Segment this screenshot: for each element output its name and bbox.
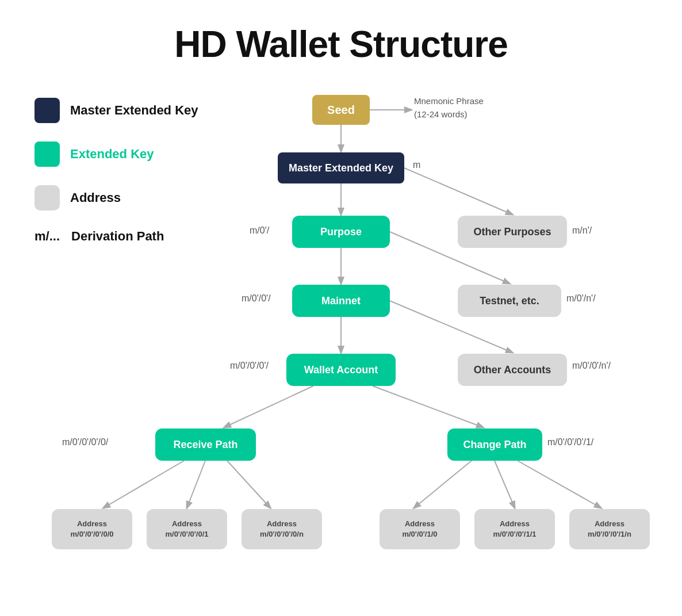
master-key-node: Master Extended Key xyxy=(278,152,404,183)
seed-node: Seed xyxy=(312,95,370,125)
mnemonic-label: Mnemonic Phrase (12-24 words) xyxy=(414,95,484,121)
address-node-6: Address m/0'/0'/0'/1/n xyxy=(569,509,650,549)
path-mn-label: m/n'/ xyxy=(572,225,592,236)
addr2-label: Address xyxy=(172,519,202,529)
addr6-label: Address xyxy=(595,519,624,529)
addr2-path: m/0'/0'/0'/0/1 xyxy=(165,529,208,540)
svg-line-9 xyxy=(373,386,483,427)
other-accounts-node: Other Accounts xyxy=(458,354,567,386)
addr4-path: m/0'/0'/1/0 xyxy=(402,529,437,540)
svg-line-14 xyxy=(495,461,515,508)
path-change-label: m/0'/0'/0'/1/ xyxy=(547,437,593,447)
path-m00-label: m/0'/0'/ xyxy=(242,293,271,304)
path-m0-label: m/0'/ xyxy=(250,225,269,236)
address-node-3: Address m/0'/0'/0'/0/n xyxy=(242,509,322,549)
page-title: HD Wallet Structure xyxy=(0,0,682,83)
purpose-node: Purpose xyxy=(292,216,390,248)
addr1-label: Address xyxy=(77,519,107,529)
addr5-path: m/0'/0'/0'/1/1 xyxy=(493,529,536,540)
receive-path-node: Receive Path xyxy=(155,428,256,461)
path-receive-label: m/0'/0'/0'/0/ xyxy=(62,437,108,447)
path-m-label: m xyxy=(413,160,420,170)
address-node-4: Address m/0'/0'/1/0 xyxy=(380,509,460,549)
mainnet-node: Mainnet xyxy=(292,285,390,317)
mnemonic-line1: Mnemonic Phrase xyxy=(414,96,484,106)
svg-line-13 xyxy=(414,461,472,508)
svg-line-11 xyxy=(187,461,205,508)
path-m000-label: m/0'/0'/0'/ xyxy=(230,361,269,371)
svg-line-15 xyxy=(518,461,601,508)
svg-line-3 xyxy=(404,168,512,215)
testnet-node: Testnet, etc. xyxy=(458,285,561,317)
addr4-label: Address xyxy=(405,519,435,529)
svg-line-8 xyxy=(224,386,313,427)
addr3-label: Address xyxy=(267,519,297,529)
addr3-path: m/0'/0'/0'/0/n xyxy=(260,529,304,540)
wallet-account-node: Wallet Account xyxy=(286,354,396,386)
address-node-5: Address m/0'/0'/0'/1/1 xyxy=(474,509,555,549)
svg-line-10 xyxy=(104,461,184,508)
change-path-node: Change Path xyxy=(447,428,542,461)
mnemonic-line2: (12-24 words) xyxy=(414,109,468,119)
path-m0n-label: m/0'/n'/ xyxy=(566,293,596,304)
other-purposes-node: Other Purposes xyxy=(458,216,567,248)
addr5-label: Address xyxy=(500,519,530,529)
diagram: Seed Mnemonic Phrase (12-24 words) Maste… xyxy=(0,89,682,607)
address-node-1: Address m/0'/0'/0'/0/0 xyxy=(52,509,132,549)
addr1-path: m/0'/0'/0'/0/0 xyxy=(70,529,113,540)
address-node-2: Address m/0'/0'/0'/0/1 xyxy=(147,509,227,549)
addr6-path: m/0'/0'/0'/1/n xyxy=(588,529,631,540)
path-m00n-label: m/0'/0'/n'/ xyxy=(572,361,611,371)
svg-line-12 xyxy=(227,461,270,508)
